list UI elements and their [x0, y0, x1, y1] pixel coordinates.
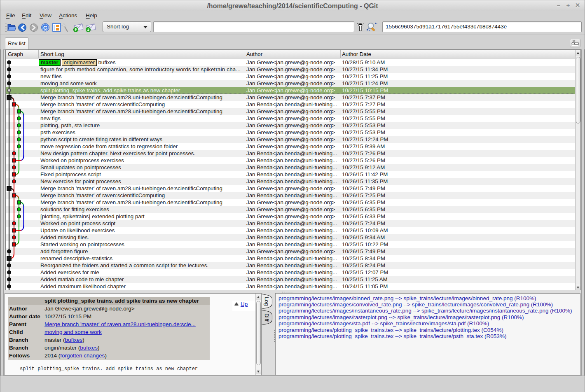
svg-text:G: G: [43, 25, 48, 31]
